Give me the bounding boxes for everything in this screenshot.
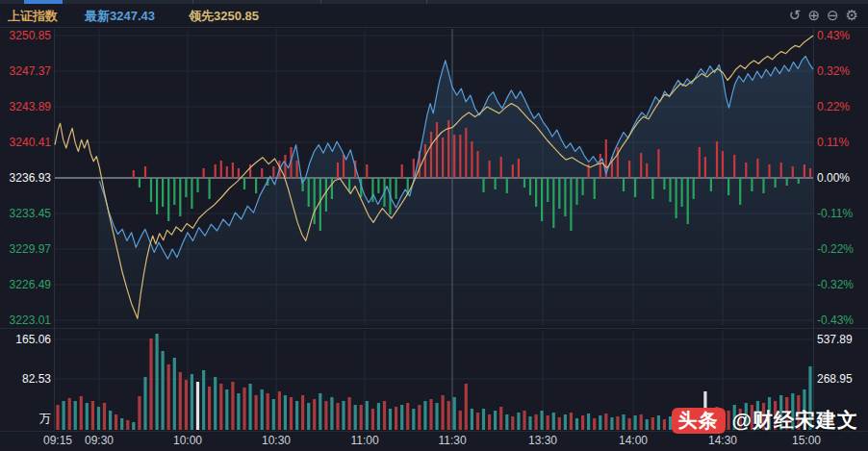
turnover-axis-label: 268.95 [817, 372, 867, 386]
price-axis-label: 3233.45 [0, 207, 51, 220]
volume-axis-label: 165.06 [0, 333, 51, 346]
price-axis-label: 3223.01 [0, 313, 51, 327]
time-axis-label: 11:00 [342, 434, 388, 447]
time-axis-label: 14:30 [700, 434, 746, 447]
percent-axis-label: 0.43% [817, 29, 867, 42]
intraday-chart-canvas[interactable] [0, 0, 868, 451]
percent-axis-label: -0.22% [817, 242, 867, 256]
watermark: 头条 @财经宋建文 [672, 407, 858, 434]
time-axis-label: 09:15 [35, 434, 81, 447]
percent-axis-label: -0.32% [817, 278, 867, 291]
time-axis-label: 13:30 [520, 434, 566, 447]
trading-app-window: 上证指数 最新3247.43 领先3250.85 ↺ ⊕ ⊖ ⚙ 3250.85… [0, 0, 868, 451]
price-axis-label: 3229.97 [0, 242, 51, 256]
time-axis-label: 10:00 [165, 434, 211, 447]
price-axis-label: 3250.85 [0, 29, 51, 42]
volume-unit-label: 万 [0, 412, 51, 425]
price-axis-label: 3226.49 [0, 278, 51, 291]
turnover-axis-label: 537.89 [817, 333, 867, 346]
price-axis-label: 3247.37 [0, 64, 51, 78]
toutiao-logo-badge: 头条 [672, 408, 726, 434]
percent-axis-label: -0.11% [817, 207, 867, 220]
time-axis-label: 14:00 [610, 434, 656, 447]
percent-axis-label: -0.43% [817, 313, 867, 327]
volume-axis-label: 82.53 [0, 372, 51, 386]
time-axis-label: 11:30 [429, 434, 475, 447]
time-axis-label: 10:30 [253, 434, 299, 447]
price-axis-label: 3243.89 [0, 100, 51, 113]
watermark-handle: @财经宋建文 [732, 407, 858, 434]
price-axis-label-prev-close: 3236.93 [0, 171, 51, 185]
percent-axis-label-zero: 0.00% [817, 171, 867, 185]
price-axis-label: 3240.41 [0, 136, 51, 149]
percent-axis-label: 0.32% [817, 64, 867, 78]
percent-axis-label: 0.11% [817, 136, 867, 149]
time-axis-label: 09:30 [76, 434, 122, 447]
time-axis-label: 15:00 [783, 434, 830, 447]
percent-axis-label: 0.22% [817, 100, 867, 113]
